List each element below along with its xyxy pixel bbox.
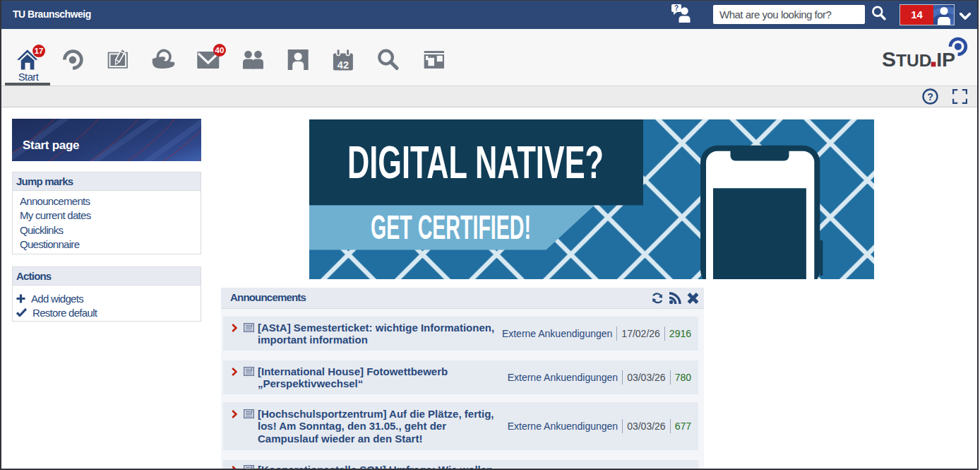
svg-text:40: 40 xyxy=(215,46,225,54)
svg-text:STUD: STUD xyxy=(882,47,931,71)
svg-text:?: ? xyxy=(674,4,679,12)
svg-text:17: 17 xyxy=(35,47,44,55)
svg-text:?: ? xyxy=(927,91,933,102)
svg-text:GET CERTIFIED!: GET CERTIFIED! xyxy=(371,208,531,246)
svg-text:DIGITAL NATIVE?: DIGITAL NATIVE? xyxy=(347,136,604,188)
svg-text:42: 42 xyxy=(337,59,349,71)
svg-text:IP: IP xyxy=(936,48,955,71)
